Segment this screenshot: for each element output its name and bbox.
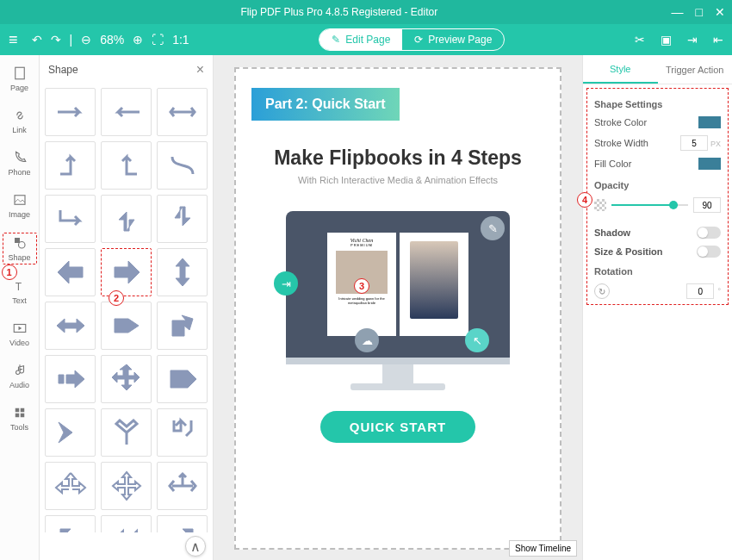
actual-size-icon[interactable]: 1:1 xyxy=(172,33,189,47)
shape-line-double[interactable] xyxy=(157,88,208,136)
shape-arrow-segment[interactable] xyxy=(45,355,96,403)
tab-style[interactable]: Style xyxy=(583,55,658,84)
shape-arrow-right[interactable]: 2 xyxy=(101,248,152,296)
shape-arrow-diag2[interactable] xyxy=(101,515,152,532)
shape-arrow-diag3[interactable] xyxy=(157,515,208,532)
rail-label: Tools xyxy=(10,423,28,432)
rail-audio[interactable]: Audio xyxy=(3,361,37,391)
badge-1: 1 xyxy=(2,264,17,280)
shape-arrow-leftright[interactable] xyxy=(45,302,96,350)
zoom-in-icon[interactable]: ⊕ xyxy=(133,33,143,47)
shadow-toggle[interactable] xyxy=(697,227,721,239)
rail-label: Link xyxy=(12,126,27,134)
close-icon[interactable]: × xyxy=(196,62,204,78)
shape-elbow-2[interactable] xyxy=(101,141,152,190)
tab-trigger-action[interactable]: Trigger Action xyxy=(658,55,733,84)
rail-label: Shape xyxy=(8,253,30,262)
edit-page-button[interactable]: ✎ Edit Page xyxy=(319,29,402,50)
size-position-toggle[interactable] xyxy=(697,246,721,258)
stroke-width-input[interactable] xyxy=(680,135,708,151)
slider-thumb[interactable] xyxy=(669,201,678,209)
label-opacity: Opacity xyxy=(594,180,721,190)
degree-icon: ° xyxy=(717,287,721,296)
opacity-slider[interactable] xyxy=(611,204,688,206)
shape-arrow-left[interactable] xyxy=(45,248,96,296)
cursor-icon: ↖ xyxy=(465,328,489,352)
shape-arrow-merge[interactable] xyxy=(157,408,208,457)
canvas-area: Part 2: Quick Start Make Flipbooks in 4 … xyxy=(214,55,582,560)
svg-rect-0 xyxy=(15,67,24,79)
svg-rect-9 xyxy=(20,414,24,418)
monitor-illustration: ⇥ Vichi ChenPREMIUMIntricate wedding gow… xyxy=(286,211,510,390)
rail-shape[interactable]: Shape 1 xyxy=(3,233,37,264)
close-icon[interactable]: ✕ xyxy=(715,5,725,19)
shape-arrow-cross[interactable] xyxy=(101,462,152,510)
zoom-level[interactable]: 68% xyxy=(100,33,124,47)
shape-arrow-split[interactable] xyxy=(101,408,152,457)
preview-page-button[interactable]: ⟳ Preview Page xyxy=(402,29,504,50)
rail-video[interactable]: Video xyxy=(3,319,37,349)
zoom-out-icon[interactable]: ⊖ xyxy=(81,33,91,47)
shape-arrow-t[interactable] xyxy=(157,462,208,510)
show-timeline-button[interactable]: Show Timeline xyxy=(509,540,577,557)
undo-icon[interactable]: ↶ xyxy=(32,33,42,47)
rail-link[interactable]: Link xyxy=(3,106,37,136)
export-icon[interactable]: ⇤ xyxy=(713,33,723,47)
unit-px: PX xyxy=(710,140,721,148)
part2-banner: Part 2: Quick Start xyxy=(251,88,400,121)
rotation-input[interactable] xyxy=(686,283,714,299)
minimize-icon[interactable]: — xyxy=(672,5,684,19)
label-stroke-width: Stroke Width xyxy=(594,138,648,148)
rail-label: Page xyxy=(10,84,28,92)
rail-label: Phone xyxy=(8,168,30,177)
rail-image[interactable]: Image xyxy=(3,190,37,221)
rail-label: Audio xyxy=(9,381,29,389)
shape-arrow-down[interactable] xyxy=(157,195,208,243)
shape-arrow-up[interactable] xyxy=(101,195,152,243)
shape-pentagon-right[interactable] xyxy=(157,355,208,403)
rail-text[interactable]: TText xyxy=(3,277,37,307)
shape-line-right[interactable] xyxy=(45,88,96,136)
shape-arrow-block-right[interactable] xyxy=(101,302,152,350)
shape-arrow-diag1[interactable] xyxy=(45,515,96,532)
scroll-up-button[interactable]: ∧ xyxy=(185,536,206,557)
shape-line-left[interactable] xyxy=(101,88,152,136)
label-fill-color: Fill Color xyxy=(594,159,631,169)
rail-phone[interactable]: Phone xyxy=(3,148,37,178)
shape-panel-title: Shape xyxy=(48,64,78,76)
svg-rect-1 xyxy=(15,196,25,205)
quick-start-button[interactable]: QUICK START xyxy=(320,411,475,443)
rail-label: Image xyxy=(9,210,30,219)
shape-elbow-3[interactable] xyxy=(45,195,96,243)
toolbar: ≡ ↶ ↷ | ⊖ 68% ⊕ ⛶ 1:1 ✎ Edit Page ⟳ Prev… xyxy=(0,24,732,55)
rail-page[interactable]: Page xyxy=(3,64,37,94)
shape-arrow-quad[interactable] xyxy=(101,355,152,403)
label-stroke-color: Stroke Color xyxy=(594,117,647,128)
titlebar: Flip PDF Plus Pro 4.8.5 Registered - Edi… xyxy=(0,0,732,24)
page[interactable]: Part 2: Quick Start Make Flipbooks in 4 … xyxy=(234,67,561,550)
shape-elbow-1[interactable] xyxy=(45,141,96,190)
mode-switch: ✎ Edit Page ⟳ Preview Page xyxy=(319,28,505,51)
shape-arrow-tri[interactable] xyxy=(45,462,96,510)
rail-tools[interactable]: Tools xyxy=(3,403,37,433)
redo-icon[interactable]: ↷ xyxy=(51,33,61,47)
svg-rect-6 xyxy=(15,408,19,413)
cut-icon[interactable]: ✂ xyxy=(635,33,645,47)
enter-icon: ⇥ xyxy=(274,271,298,296)
shape-arrow-updown[interactable] xyxy=(157,248,208,296)
rotate-icon[interactable]: ↻ xyxy=(594,283,610,299)
maximize-icon[interactable]: □ xyxy=(696,5,703,19)
fit-icon[interactable]: ⛶ xyxy=(152,33,164,47)
shape-chevron-right[interactable] xyxy=(45,408,96,457)
stroke-color-swatch[interactable] xyxy=(698,116,721,128)
shape-curve[interactable] xyxy=(157,141,208,190)
main: Page Link Phone Image Shape 1 TText Vide… xyxy=(0,55,732,560)
menu-icon[interactable]: ≡ xyxy=(9,31,18,49)
import-icon[interactable]: ⇥ xyxy=(687,33,698,47)
shape-corner-arrow[interactable] xyxy=(157,302,208,350)
label-shadow: Shadow xyxy=(594,227,630,238)
opacity-input[interactable] xyxy=(693,197,721,213)
label-rotation: Rotation xyxy=(594,266,721,277)
save-icon[interactable]: ▣ xyxy=(661,33,672,47)
fill-color-swatch[interactable] xyxy=(698,158,721,170)
